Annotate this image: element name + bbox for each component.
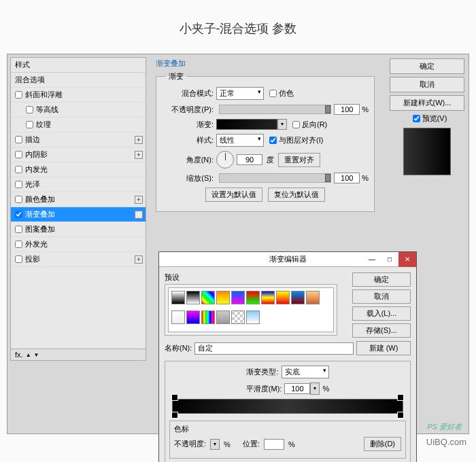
editor-save-button[interactable]: 存储(S)...	[352, 323, 411, 338]
style-pattern-overlay[interactable]: 图案叠加	[11, 222, 146, 237]
swatch[interactable]	[246, 291, 260, 304]
angle-dial[interactable]	[216, 151, 234, 168]
presets-box	[165, 284, 337, 336]
down-icon[interactable]: ▼	[34, 352, 39, 358]
stroke-checkbox[interactable]	[15, 136, 22, 143]
outer-glow-checkbox[interactable]	[15, 241, 22, 248]
layer-style-dialog: 样式 混合选项 斜面和浮雕 等高线 纹理 描边+ 内阴影+ 内发光 光泽 颜色叠…	[7, 54, 469, 434]
style-drop-shadow[interactable]: 投影+	[11, 252, 146, 267]
gradient-overlay-checkbox[interactable]	[15, 211, 22, 218]
style-texture[interactable]: 纹理	[11, 118, 146, 132]
plus-icon[interactable]: +	[135, 151, 143, 159]
style-outer-glow[interactable]: 外发光	[11, 237, 146, 252]
swatch[interactable]	[201, 291, 215, 304]
swatch[interactable]	[186, 310, 200, 324]
stop-position-field[interactable]	[264, 439, 284, 450]
reset-align-button[interactable]: 重置对齐	[278, 153, 320, 167]
swatch[interactable]	[216, 291, 230, 304]
editor-cancel-button[interactable]: 取消	[352, 289, 411, 304]
editor-ok-button[interactable]: 确定	[352, 272, 411, 287]
swatch[interactable]	[171, 291, 185, 304]
opacity-stop[interactable]	[397, 394, 404, 401]
fx-bar: fx.▲▼	[11, 349, 146, 360]
blend-mode-select[interactable]: 正常	[216, 87, 264, 100]
style-inner-glow[interactable]: 内发光	[11, 162, 146, 177]
plus-icon[interactable]: +	[135, 211, 143, 219]
minimize-icon[interactable]: —	[363, 252, 381, 267]
set-default-button[interactable]: 设置为默认值	[205, 188, 262, 202]
color-overlay-checkbox[interactable]	[15, 196, 22, 203]
styles-header: 样式	[11, 58, 146, 73]
style-select[interactable]: 线性	[216, 134, 264, 147]
opacity-stop[interactable]	[171, 394, 178, 401]
new-style-button[interactable]: 新建样式(W)...	[390, 95, 464, 111]
swatch[interactable]	[171, 310, 185, 324]
opacity-field[interactable]	[334, 104, 360, 115]
angle-field[interactable]	[237, 154, 262, 165]
swatch[interactable]	[216, 310, 230, 324]
page-title: 小夹子-混合选项 参数	[0, 0, 476, 54]
editor-titlebar[interactable]: 渐变编辑器 — □ ✕	[159, 252, 416, 267]
gradient-type-select[interactable]: 实底	[282, 366, 329, 378]
delete-stop-button[interactable]: 删除(D)	[364, 437, 401, 451]
editor-right-buttons: 确定 取消 载入(L)... 存储(S)...	[352, 272, 411, 340]
opacity-slider[interactable]	[219, 105, 331, 114]
plus-icon[interactable]: +	[135, 255, 143, 264]
satin-checkbox[interactable]	[15, 181, 22, 188]
swatch[interactable]	[276, 291, 290, 304]
reverse-checkbox[interactable]	[292, 121, 300, 128]
inner-glow-checkbox[interactable]	[15, 166, 22, 173]
gradient-name-field[interactable]	[194, 342, 354, 355]
swatch[interactable]	[306, 291, 320, 304]
texture-checkbox[interactable]	[26, 121, 33, 128]
swatch[interactable]	[231, 310, 245, 324]
gradient-overlay-settings: 渐变叠加 渐变 混合模式:正常仿色 不透明度(P):% 渐变:▾反向(R) 样式…	[156, 58, 375, 212]
swatches	[168, 287, 334, 332]
contour-checkbox[interactable]	[26, 106, 33, 113]
color-stop[interactable]	[171, 412, 178, 419]
swatch[interactable]	[291, 291, 305, 304]
style-inner-shadow[interactable]: 内阴影+	[11, 147, 146, 162]
gradient-bar[interactable]	[172, 399, 403, 414]
dither-checkbox[interactable]	[269, 90, 277, 97]
editor-load-button[interactable]: 载入(L)...	[352, 306, 411, 321]
color-stop[interactable]	[397, 412, 404, 419]
right-buttons: 确定 取消 新建样式(W)... 预览(V)	[390, 58, 464, 179]
inner-shadow-checkbox[interactable]	[15, 151, 22, 158]
smooth-field[interactable]	[284, 383, 310, 394]
smooth-dropdown[interactable]: ▾	[310, 383, 320, 395]
style-satin[interactable]: 光泽	[11, 177, 146, 192]
style-color-overlay[interactable]: 颜色叠加+	[11, 192, 146, 207]
up-icon[interactable]: ▲	[26, 352, 31, 358]
swatch[interactable]	[201, 310, 215, 324]
swatch[interactable]	[261, 291, 275, 304]
watermark: PS 爱好者	[427, 422, 462, 432]
cancel-button[interactable]: 取消	[390, 77, 464, 92]
preview-checkbox[interactable]	[413, 115, 420, 122]
stop-opacity-field[interactable]: ▾	[210, 439, 220, 450]
ok-button[interactable]: 确定	[390, 58, 464, 74]
style-gradient-overlay[interactable]: 渐变叠加+	[11, 207, 146, 222]
group-title: 渐变叠加	[156, 58, 375, 69]
bevel-checkbox[interactable]	[15, 91, 22, 99]
style-stroke[interactable]: 描边+	[11, 132, 146, 147]
plus-icon[interactable]: +	[135, 136, 143, 144]
pattern-overlay-checkbox[interactable]	[15, 226, 22, 233]
maximize-icon[interactable]: □	[381, 252, 398, 267]
plus-icon[interactable]: +	[135, 196, 143, 204]
close-icon[interactable]: ✕	[398, 252, 416, 267]
swatch[interactable]	[231, 291, 245, 304]
drop-shadow-checkbox[interactable]	[15, 255, 22, 263]
swatch[interactable]	[246, 310, 260, 324]
scale-slider[interactable]	[219, 173, 331, 183]
reset-default-button[interactable]: 复位为默认值	[268, 188, 325, 202]
scale-field[interactable]	[334, 173, 360, 183]
new-gradient-button[interactable]: 新建 (W)	[356, 341, 411, 355]
gradient-preview[interactable]	[216, 119, 277, 130]
style-contour[interactable]: 等高线	[11, 103, 146, 118]
style-bevel[interactable]: 斜面和浮雕	[11, 88, 146, 103]
align-checkbox[interactable]	[269, 137, 277, 144]
blend-options-header[interactable]: 混合选项	[11, 73, 146, 88]
swatch[interactable]	[186, 291, 200, 304]
gradient-dropdown[interactable]: ▾	[277, 119, 287, 130]
